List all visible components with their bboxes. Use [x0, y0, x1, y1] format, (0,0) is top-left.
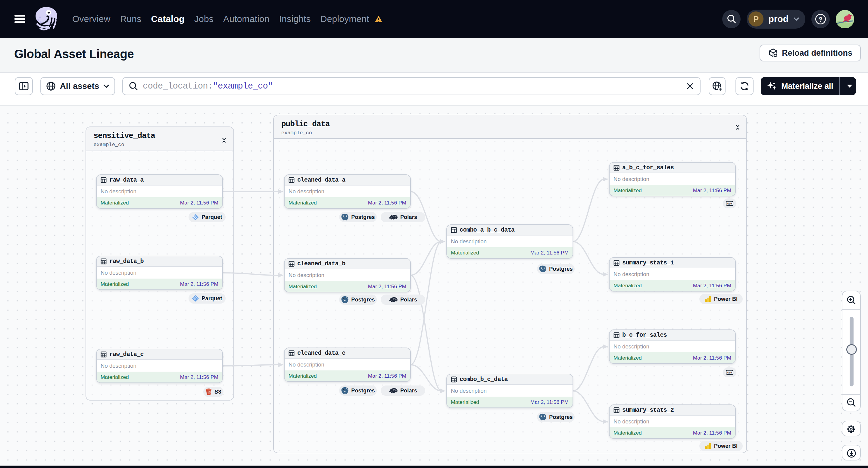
- svg-text:?: ?: [818, 15, 823, 23]
